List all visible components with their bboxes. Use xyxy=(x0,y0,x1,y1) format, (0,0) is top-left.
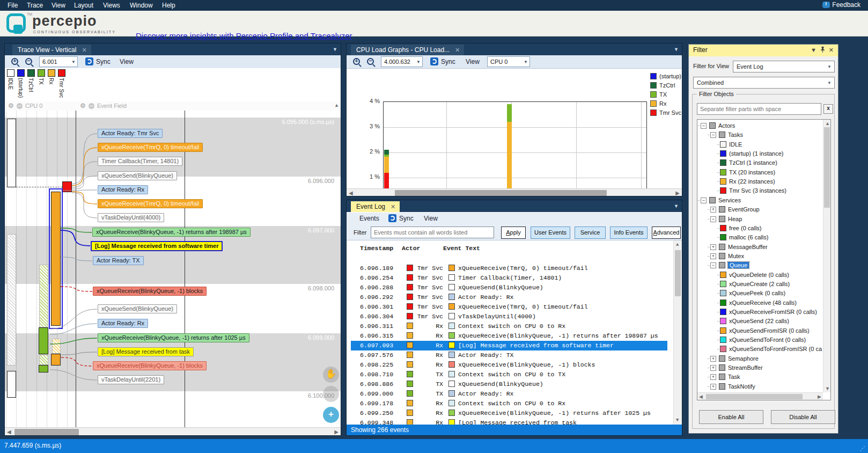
pan-tool-button[interactable]: ✋ xyxy=(323,367,339,383)
expand-icon[interactable]: + xyxy=(710,253,716,259)
scroll-left-icon[interactable]: ◀ xyxy=(349,190,353,196)
tree-node-xqueuecreate[interactable]: xQueueCreate (2 calls) xyxy=(697,280,823,289)
actor-execution-bar[interactable] xyxy=(52,339,61,354)
info-events-button[interactable]: Info Events xyxy=(610,226,648,239)
tree-node-label[interactable]: xQueuePeek (0 calls) xyxy=(729,290,785,296)
scroll-up-icon[interactable]: ▲ xyxy=(676,242,679,247)
tree-color-checkbox[interactable] xyxy=(720,281,726,287)
tree-node-messagebuffer[interactable]: +MessageBuffer xyxy=(697,243,823,252)
tree-node-label[interactable]: xQueueReceive (48 calls) xyxy=(729,299,797,306)
log-vscrollbar[interactable]: ▲ ▼ xyxy=(673,240,682,425)
tree-node-mutex[interactable]: +Mutex xyxy=(697,252,823,261)
apply-button[interactable]: Apply xyxy=(501,226,526,239)
tree-color-checkbox[interactable] xyxy=(720,169,726,176)
tree-color-checkbox[interactable] xyxy=(719,216,725,222)
tree-color-checkbox[interactable] xyxy=(720,337,726,343)
tree-color-checkbox[interactable] xyxy=(719,253,725,259)
trace-event-label[interactable]: Actor Ready: Rx xyxy=(98,319,148,328)
event-log-row[interactable]: 6.098.710TXContext switch on CPU 0 to TX xyxy=(351,370,667,379)
tree-node-heap[interactable]: −Heap xyxy=(697,215,823,224)
expand-icon[interactable]: + xyxy=(710,207,716,213)
tree-node-label[interactable]: Tmr Svc (3 instances) xyxy=(729,187,786,194)
tree-node-xqueuereceive[interactable]: xQueueReceive (48 calls) xyxy=(697,299,823,308)
tree-node-label[interactable]: xQueueReceiveFromISR (0 calls) xyxy=(729,309,817,315)
scroll-right-icon[interactable]: ▶ xyxy=(818,394,821,399)
tree-color-checkbox[interactable] xyxy=(719,244,725,250)
tree-node-vqueuedelete[interactable]: vQueueDelete (0 calls) xyxy=(697,271,823,280)
cpu-view-menu[interactable]: View xyxy=(466,58,480,65)
sync-icon[interactable] xyxy=(388,214,396,222)
tree-hscrollbar[interactable]: ◀ ▶ xyxy=(697,392,823,400)
tree-node-xqueuesendtofrontfromisr[interactable]: xQueueSendToFrontFromISR (0 ca xyxy=(697,345,823,354)
advanced-button[interactable]: Advanced xyxy=(652,226,681,239)
trace-event-label[interactable]: [Log] Message received from software tim… xyxy=(91,241,223,251)
trace-event-label[interactable]: Actor Ready: Tmr Svc xyxy=(98,129,163,138)
tree-node-label[interactable]: MessageBuffer xyxy=(728,244,768,250)
event-log-row[interactable]: 6.099.000TXActor Ready: Rx xyxy=(351,389,667,399)
gear-icon[interactable]: ⚙ xyxy=(8,102,14,109)
enable-all-button[interactable]: Enable All xyxy=(699,410,763,424)
tree-node-label[interactable]: xQueueSendToFrontFromISR (0 ca xyxy=(729,346,822,352)
chevron-down-icon[interactable]: ▼ xyxy=(333,47,337,52)
promo-link[interactable]: Discover more insights with Percepio Pro… xyxy=(136,31,352,40)
gear-icon[interactable]: ⚙ xyxy=(80,102,86,109)
tree-node-label[interactable]: Heap xyxy=(728,216,742,222)
tree-node-services[interactable]: −Services xyxy=(697,196,823,206)
trace-event-label[interactable]: xQueueReceive(TmrQ, 0) timeout/fail xyxy=(98,143,203,152)
close-icon[interactable]: ✕ xyxy=(391,203,395,210)
tree-node-free[interactable]: free (0 calls) xyxy=(697,224,823,233)
event-log-row[interactable]: 6.096.189Tmr SvcxQueueReceive(TmrQ, 0) t… xyxy=(351,264,667,273)
menu-item-trace[interactable]: Trace xyxy=(27,2,43,9)
trace-event-label[interactable]: xQueueReceive(BlinkyQueue, -1) blocks xyxy=(93,287,207,296)
tree-node-label[interactable]: xQueueCreate (2 calls) xyxy=(729,281,790,287)
scrollbar-thumb[interactable] xyxy=(14,429,79,435)
event-log-row[interactable]: 6.097.093Rx[Log] Message received from s… xyxy=(351,341,667,350)
event-log-row[interactable]: 6.099.348Rx[Log] Message received from t… xyxy=(351,418,667,425)
tree-node-idle[interactable]: IDLE xyxy=(697,141,823,150)
trace-view-menu[interactable]: View xyxy=(120,58,134,65)
tree-color-checkbox[interactable] xyxy=(720,346,726,352)
actor-execution-bar[interactable] xyxy=(7,119,16,187)
tree-color-checkbox[interactable] xyxy=(720,187,726,194)
scroll-up-icon[interactable]: ▲ xyxy=(825,121,830,126)
actor-execution-bar[interactable] xyxy=(51,354,61,366)
trace-event-label[interactable]: xQueueSend(BlinkyQueue) xyxy=(98,304,177,313)
sync-icon[interactable] xyxy=(85,57,93,65)
event-log-row[interactable]: 6.096.301Tmr SvcxQueueReceive(TmrQ, 0) t… xyxy=(351,302,667,312)
actor-execution-bar[interactable] xyxy=(51,192,61,326)
trace-event-label[interactable]: xQueueSend(BlinkyQueue) xyxy=(98,171,177,180)
filter-view-select[interactable]: Event Log▼ xyxy=(733,61,835,72)
close-icon[interactable]: ✕ xyxy=(455,47,460,53)
actor-execution-bar[interactable] xyxy=(7,371,16,398)
tree-node-queue[interactable]: −Queue xyxy=(697,261,823,271)
zoom-out-icon[interactable]: − xyxy=(367,58,374,65)
service-button[interactable]: Service xyxy=(575,226,606,239)
tree-node-label[interactable]: free (0 calls) xyxy=(729,225,762,231)
scroll-left-icon[interactable]: ◀ xyxy=(7,429,11,435)
tree-color-checkbox[interactable] xyxy=(720,318,726,324)
tree-color-checkbox[interactable] xyxy=(719,262,725,268)
event-log-row[interactable]: 6.096.254Tmr SvcTimer Callback(Timer, 14… xyxy=(351,273,667,283)
scrollbar-thumb[interactable] xyxy=(395,190,607,196)
tree-node-tzctrl[interactable]: TzCtrl (1 instance) xyxy=(697,159,823,168)
zoom-out-float-button[interactable] xyxy=(323,386,339,402)
tree-node-xqueuesend[interactable]: xQueueSend (22 calls) xyxy=(697,317,823,326)
tree-node-label[interactable]: IDLE xyxy=(729,141,742,148)
tree-node-semaphore[interactable]: +Semaphore xyxy=(697,355,823,364)
chevron-down-icon[interactable]: ▼ xyxy=(674,203,679,209)
trace-event-label[interactable]: xQueueReceive(BlinkyQueue, -1) blocks xyxy=(93,361,207,370)
tree-node-xqueuesendtofront[interactable]: xQueueSendToFront (0 calls) xyxy=(697,336,823,345)
collapse-icon[interactable]: − xyxy=(701,123,707,129)
tree-node-xqueuereceivefromisr[interactable]: xQueueReceiveFromISR (0 calls) xyxy=(697,308,823,317)
cpu-hscrollbar[interactable]: ◀ ▶ xyxy=(347,188,682,196)
tree-node-label[interactable]: Queue xyxy=(728,262,749,268)
col-event-text[interactable]: Event Text xyxy=(443,245,480,252)
tree-node-label[interactable]: TzCtrl (1 instance) xyxy=(729,159,777,166)
sync-icon[interactable] xyxy=(430,57,438,65)
tree-color-checkbox[interactable] xyxy=(720,327,726,334)
collapse-icon[interactable] xyxy=(17,103,23,109)
zoom-in-icon[interactable]: + xyxy=(353,58,360,65)
tree-node-label[interactable]: (startup) (1 instance) xyxy=(729,150,783,157)
event-filter-input[interactable] xyxy=(371,226,494,238)
pin-icon[interactable] xyxy=(820,47,825,54)
